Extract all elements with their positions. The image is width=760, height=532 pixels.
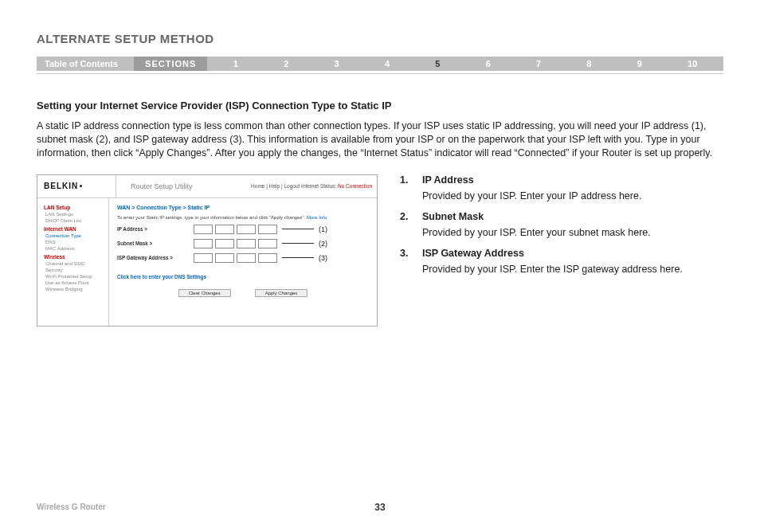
- callout-2: (2): [319, 240, 327, 248]
- callout-1: (1): [319, 225, 327, 233]
- screenshot-column: BELKIN Router Setup Utility Home | Help …: [37, 174, 376, 327]
- sb-mac-address[interactable]: MAC Address: [44, 246, 104, 251]
- apply-changes-button[interactable]: Apply Changes: [255, 289, 308, 297]
- sb-connection-type[interactable]: Connection Type: [44, 233, 104, 238]
- sb-dhcp-client-list[interactable]: DHCP Client List: [44, 218, 104, 223]
- section-heading: Setting your Internet Service Provider (…: [37, 100, 723, 111]
- gateway-label: ISP Gateway Address >: [117, 255, 194, 260]
- header-links-text[interactable]: Home | Help | Logout Internet Status:: [251, 183, 336, 189]
- list-number: 3.: [400, 248, 422, 275]
- sb-security[interactable]: Security: [44, 268, 104, 272]
- nav-numbers: 1 2 3 4 5 6 7 8 9 10: [207, 59, 723, 68]
- ip-box[interactable]: [215, 239, 234, 248]
- list-body: Subnet Mask Provided by your ISP. Enter …: [422, 211, 723, 238]
- sb-wps[interactable]: Wi-Fi Protected Setup: [44, 274, 104, 279]
- nav-section-2[interactable]: 2: [284, 59, 288, 68]
- router-ui-screenshot: BELKIN Router Setup Utility Home | Help …: [37, 174, 378, 327]
- nav-section-4[interactable]: 4: [385, 59, 390, 68]
- nav-section-8[interactable]: 8: [586, 59, 591, 68]
- nav-section-5[interactable]: 5: [435, 59, 440, 68]
- sb-internet-wan[interactable]: Internet WAN: [44, 226, 104, 232]
- list-number: 2.: [400, 211, 422, 238]
- ip-address-label: IP Address >: [117, 226, 194, 232]
- router-body: LAN Setup LAN Settings DHCP Client List …: [37, 198, 377, 326]
- list-heading: Subnet Mask: [422, 211, 723, 222]
- gateway-row: ISP Gateway Address > (3): [117, 253, 369, 263]
- ip-box[interactable]: [194, 253, 213, 263]
- callout-line: [282, 243, 314, 244]
- subnet-mask-label: Subnet Mask >: [117, 241, 194, 246]
- sb-lan-setup[interactable]: LAN Setup: [44, 205, 104, 210]
- more-info-link[interactable]: More Info: [307, 215, 327, 220]
- sb-dns[interactable]: DNS: [44, 240, 104, 244]
- callout-line: [282, 229, 314, 229]
- router-title: Router Setup Utility: [116, 182, 251, 190]
- nav-section-3[interactable]: 3: [335, 59, 339, 68]
- ip-box[interactable]: [258, 239, 277, 248]
- brand-logo: BELKIN: [44, 182, 78, 190]
- nav-section-9[interactable]: 9: [637, 59, 642, 68]
- brand-cell: BELKIN: [37, 175, 116, 198]
- nav-sections-label: SECTIONS: [134, 57, 207, 71]
- list-heading: IP Address: [422, 174, 723, 186]
- list-item: 1. IP Address Provided by your ISP. Ente…: [400, 174, 723, 201]
- router-header-links: Home | Help | Logout Internet Status: No…: [251, 183, 377, 189]
- divider: [37, 73, 723, 74]
- ip-box[interactable]: [194, 225, 213, 234]
- list-desc: Provided by your ISP. Enter the ISP gate…: [422, 264, 723, 275]
- nav-section-6[interactable]: 6: [486, 59, 491, 68]
- callout-line: [282, 257, 314, 258]
- nav-section-10[interactable]: 10: [688, 59, 697, 68]
- internet-status-value: No Connection: [338, 183, 372, 189]
- callout-3: (3): [319, 254, 327, 262]
- clear-changes-button[interactable]: Clear Changes: [178, 289, 231, 297]
- sb-wireless[interactable]: Wireless: [44, 254, 104, 260]
- list-heading: ISP Gateway Address: [422, 248, 723, 259]
- ip-box[interactable]: [215, 253, 234, 263]
- ip-box[interactable]: [215, 225, 234, 234]
- ip-box[interactable]: [237, 225, 256, 234]
- router-main: WAN > Connection Type > Static IP To ent…: [109, 198, 377, 326]
- gateway-boxes: [194, 253, 277, 263]
- nav-section-7[interactable]: 7: [536, 59, 541, 68]
- ip-box[interactable]: [194, 239, 213, 248]
- sb-use-ap[interactable]: Use as Access Point: [44, 280, 104, 285]
- breadcrumb: WAN > Connection Type > Static IP: [117, 205, 369, 210]
- instruction-text: To enter your Static IP settings, type i…: [117, 215, 369, 220]
- list-desc: Provided by your ISP. Enter your subnet …: [422, 227, 723, 238]
- instruct-text: To enter your Static IP settings, type i…: [117, 215, 305, 220]
- page-title: ALTERNATE SETUP METHOD: [37, 32, 723, 45]
- sb-lan-settings[interactable]: LAN Settings: [44, 212, 104, 217]
- section-nav: Table of Contents SECTIONS 1 2 3 4 5 6 7…: [37, 57, 723, 71]
- button-row: Clear Changes Apply Changes: [117, 289, 369, 297]
- nav-section-1[interactable]: 1: [233, 59, 238, 68]
- nav-toc[interactable]: Table of Contents: [37, 59, 134, 68]
- ip-box[interactable]: [237, 239, 256, 248]
- ip-box[interactable]: [258, 253, 277, 263]
- footer-page-number: 33: [374, 502, 385, 513]
- ip-address-row: IP Address > (1): [117, 225, 369, 234]
- list-desc: Provided by your ISP. Enter your IP addr…: [422, 190, 723, 201]
- list-item: 2. Subnet Mask Provided by your ISP. Ent…: [400, 211, 723, 238]
- router-sidebar: LAN Setup LAN Settings DHCP Client List …: [37, 198, 109, 326]
- content-row: BELKIN Router Setup Utility Home | Help …: [37, 174, 723, 327]
- description-column: 1. IP Address Provided by your ISP. Ente…: [400, 174, 723, 327]
- list-body: ISP Gateway Address Provided by your ISP…: [422, 248, 723, 275]
- router-header: BELKIN Router Setup Utility Home | Help …: [37, 175, 377, 198]
- subnet-mask-row: Subnet Mask > (2): [117, 239, 369, 248]
- ip-address-boxes: [194, 225, 277, 234]
- body-text: A static IP address connection type is l…: [37, 119, 723, 160]
- ip-box[interactable]: [237, 253, 256, 263]
- page: ALTERNATE SETUP METHOD Table of Contents…: [0, 0, 760, 532]
- brand-dot-icon: [80, 185, 82, 187]
- sb-channel-ssid[interactable]: Channel and SSID: [44, 261, 104, 266]
- list-body: IP Address Provided by your ISP. Enter y…: [422, 174, 723, 201]
- list-number: 1.: [400, 174, 422, 201]
- subnet-boxes: [194, 239, 277, 248]
- footer-product: Wireless G Router: [37, 503, 106, 511]
- dns-settings-link[interactable]: Click here to enter your DNS Settings: [117, 274, 206, 280]
- ip-box[interactable]: [258, 225, 277, 234]
- sb-bridging[interactable]: Wireless Bridging: [44, 287, 104, 291]
- list-item: 3. ISP Gateway Address Provided by your …: [400, 248, 723, 275]
- footer: Wireless G Router 33: [37, 503, 723, 511]
